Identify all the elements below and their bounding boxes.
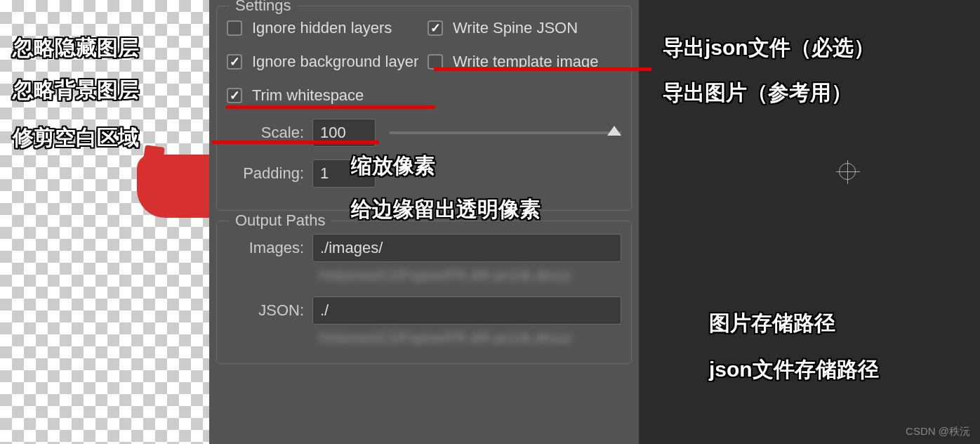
ann-scale: 缩放像素	[351, 152, 435, 181]
label-ignore-bg: Ignore background layer	[252, 53, 418, 71]
transparency-background	[0, 0, 209, 444]
output-group: Output Paths Images: /Volumes/C2/Fspine/…	[216, 221, 632, 364]
underline-ignore-bg	[226, 105, 435, 109]
ann-ignore-bg: 忽略背景图层	[13, 76, 139, 105]
ann-write-template: 导出图片（参考用）	[663, 79, 852, 107]
label-write-json: Write Spine JSON	[453, 19, 578, 37]
label-trim-ws: Trim whitespace	[252, 86, 364, 105]
checkbox-write-json[interactable]	[428, 20, 443, 36]
label-json: JSON:	[227, 301, 304, 320]
settings-title: Settings	[230, 0, 297, 15]
input-json[interactable]	[312, 296, 621, 325]
row-json: JSON:	[227, 296, 621, 325]
ann-write-json: 导出json文件（必选）	[663, 34, 875, 63]
label-images: Images:	[227, 239, 304, 257]
row-ignore-bg: Ignore background layer	[227, 53, 421, 71]
images-resolved-path: /Volumes/C2/Fspine/FR.AR-pn1/&.dirzzz	[318, 268, 621, 284]
artwork-shape	[137, 155, 211, 218]
watermark: CSDN @秩沅	[906, 425, 970, 438]
ann-ignore-hidden: 忽略隐藏图层	[13, 34, 139, 63]
row-ignore-hidden: Ignore hidden layers	[227, 19, 421, 37]
ann-images-path: 图片存储路径	[709, 309, 835, 338]
checkbox-ignore-hidden[interactable]	[227, 20, 242, 36]
json-resolved-path: /Volumes/C2/Fspine/FR.AR-pn1/&.dirzzz	[318, 330, 621, 346]
checkbox-grid: Ignore hidden layers Write Spine JSON Ig…	[227, 19, 621, 105]
label-scale: Scale:	[227, 124, 304, 142]
label-ignore-hidden: Ignore hidden layers	[252, 19, 392, 37]
ann-padding: 给边缘留出透明像素	[351, 195, 541, 224]
row-write-json: Write Spine JSON	[428, 19, 621, 37]
row-trim-ws: Trim whitespace	[227, 86, 421, 105]
underline-write-json	[434, 67, 651, 71]
row-images: Images:	[227, 234, 621, 262]
ann-trim-ws: 修剪空白区域	[13, 124, 139, 152]
target-icon	[839, 163, 856, 180]
underline-trim-ws	[212, 141, 379, 144]
label-padding: Padding:	[227, 164, 304, 183]
scale-slider-thumb[interactable]	[607, 126, 621, 136]
scale-slider[interactable]	[390, 131, 621, 134]
checkbox-trim-ws[interactable]	[227, 88, 242, 103]
output-title: Output Paths	[230, 211, 331, 230]
ann-json-path: json文件存储路径	[709, 355, 879, 384]
input-images[interactable]	[312, 234, 621, 262]
checkbox-ignore-bg[interactable]	[227, 54, 242, 70]
